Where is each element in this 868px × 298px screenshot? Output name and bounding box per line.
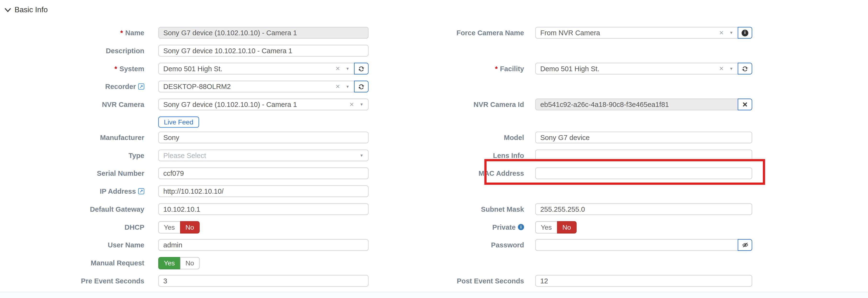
form-row: NVR Camera Sony G7 device (10.102.10.10)…: [0, 99, 868, 116]
section-header[interactable]: Basic Info: [5, 5, 48, 14]
section-title: Basic Info: [14, 5, 48, 14]
post-event-seconds-input[interactable]: [535, 275, 752, 287]
force-camera-name-label: Force Camera Name: [434, 27, 524, 38]
user-name-label: User Name: [0, 239, 145, 251]
facility-label: *Facility: [434, 63, 524, 75]
password-input[interactable]: [535, 239, 738, 251]
recorder-refresh-button[interactable]: [354, 81, 369, 92]
form-row: DHCP Yes No Privatei Yes No: [0, 221, 868, 239]
lens-info-input[interactable]: [535, 150, 752, 161]
clear-icon[interactable]: ✕: [336, 65, 340, 72]
clear-icon[interactable]: ✕: [719, 30, 724, 36]
nvr-camera-id-clear-button[interactable]: ✕: [738, 99, 752, 110]
force-camera-name-select[interactable]: From NVR Camera ✕ ▼: [535, 27, 738, 38]
clear-icon[interactable]: ✕: [719, 65, 724, 72]
form-row: IP Address↗: [0, 185, 868, 203]
close-icon: ✕: [742, 101, 748, 108]
form-row: *System Demo 501 High St. ✕ ▼: [0, 63, 868, 81]
facility-refresh-button[interactable]: [738, 63, 752, 75]
manual-request-toggle: Yes No: [158, 257, 200, 269]
private-yes-button[interactable]: Yes: [535, 221, 557, 234]
manual-request-no-button[interactable]: No: [180, 257, 200, 269]
manual-request-yes-button[interactable]: Yes: [158, 257, 180, 269]
live-feed-button[interactable]: Live Feed: [158, 116, 199, 128]
chevron-down-icon: ▼: [346, 85, 350, 88]
system-refresh-button[interactable]: [354, 63, 369, 75]
subnet-mask-label: Subnet Mask: [434, 203, 524, 215]
chevron-down-icon: ▼: [730, 31, 733, 34]
chevron-down-icon: ▼: [730, 66, 733, 71]
manufacturer-label: Manufacturer: [0, 132, 145, 143]
form-row: Manual Request Yes No: [0, 257, 868, 275]
model-label: Model: [434, 132, 524, 143]
form-row: Manufacturer Model: [0, 132, 868, 150]
description-label: Description: [0, 45, 145, 57]
clear-icon[interactable]: ✕: [349, 101, 354, 108]
mac-address-label: MAC Address: [434, 167, 524, 179]
manual-request-label: Manual Request: [0, 257, 145, 269]
form-row: Serial Number MAC Address: [0, 167, 868, 185]
refresh-icon: [742, 65, 748, 72]
facility-select[interactable]: Demo 501 High St. ✕ ▼: [535, 63, 738, 75]
pre-event-seconds-label: Pre Event Seconds: [0, 275, 145, 287]
form-row: Default Gateway Subnet Mask: [0, 203, 868, 221]
name-input: [158, 27, 369, 38]
name-label: *Name: [0, 27, 145, 38]
dhcp-no-button[interactable]: No: [180, 221, 200, 234]
form-row: User Name Password: [0, 239, 868, 257]
chevron-down-icon: ▼: [360, 102, 364, 106]
chevron-down-icon: ▼: [360, 154, 364, 157]
password-label: Password: [434, 239, 524, 251]
ip-address-input[interactable]: [158, 185, 369, 197]
external-link-icon[interactable]: ↗: [138, 188, 145, 194]
dhcp-toggle: Yes No: [158, 221, 200, 234]
form-row: Type Please Select ▼ Lens Info: [0, 150, 868, 168]
private-toggle: Yes No: [535, 221, 577, 234]
eye-slash-icon: [741, 241, 748, 249]
force-camera-name-info-button[interactable]: i: [738, 27, 752, 38]
external-link-icon[interactable]: ↗: [138, 83, 145, 90]
info-icon: i: [742, 29, 748, 36]
refresh-icon: [358, 65, 365, 72]
nvr-camera-id-label: NVR Camera Id: [434, 99, 524, 110]
nvr-camera-select[interactable]: Sony G7 device (10.102.10.10) - Camera 1…: [158, 99, 369, 110]
password-reveal-button[interactable]: [738, 239, 752, 251]
clear-icon[interactable]: ✕: [336, 83, 340, 90]
serial-number-label: Serial Number: [0, 167, 145, 179]
basic-info-form: *Name Force Camera Name From NVR Camera …: [0, 27, 868, 293]
ip-address-label: IP Address↗: [0, 185, 145, 197]
dhcp-label: DHCP: [0, 221, 145, 233]
pre-event-seconds-input[interactable]: [158, 275, 369, 287]
recorder-select[interactable]: DESKTOP-88OLRM2 ✕ ▼: [158, 81, 354, 92]
chevron-down-icon: [5, 8, 11, 12]
manufacturer-input[interactable]: [158, 132, 369, 143]
subnet-mask-input[interactable]: [535, 203, 752, 215]
description-input[interactable]: [158, 45, 369, 57]
form-row: Description: [0, 45, 868, 63]
system-select[interactable]: Demo 501 High St. ✕ ▼: [158, 63, 354, 75]
type-label: Type: [0, 150, 145, 161]
form-row: Recorder↗ DESKTOP-88OLRM2 ✕ ▼: [0, 81, 868, 99]
mac-address-input[interactable]: [535, 167, 752, 179]
post-event-seconds-label: Post Event Seconds: [434, 275, 524, 287]
form-row: Pre Event Seconds Post Event Seconds: [0, 275, 868, 293]
default-gateway-input[interactable]: [158, 203, 369, 215]
type-select[interactable]: Please Select ▼: [158, 150, 369, 161]
private-label: Privatei: [434, 221, 524, 233]
info-icon[interactable]: i: [518, 224, 524, 230]
nvr-camera-label: NVR Camera: [0, 99, 145, 110]
chevron-down-icon: ▼: [346, 66, 350, 71]
system-label: *System: [0, 63, 145, 75]
recorder-label: Recorder↗: [0, 81, 145, 92]
model-input[interactable]: [535, 132, 752, 143]
dhcp-yes-button[interactable]: Yes: [158, 221, 180, 234]
user-name-input[interactable]: [158, 239, 369, 251]
default-gateway-label: Default Gateway: [0, 203, 145, 215]
next-section-divider: [0, 292, 868, 298]
refresh-icon: [358, 83, 365, 90]
basic-info-panel: Basic Info *Name Force Camera Name From …: [0, 0, 868, 298]
form-row: Live Feed: [0, 116, 868, 132]
private-no-button[interactable]: No: [557, 221, 577, 234]
form-row: *Name Force Camera Name From NVR Camera …: [0, 27, 868, 45]
serial-number-input[interactable]: [158, 167, 369, 179]
